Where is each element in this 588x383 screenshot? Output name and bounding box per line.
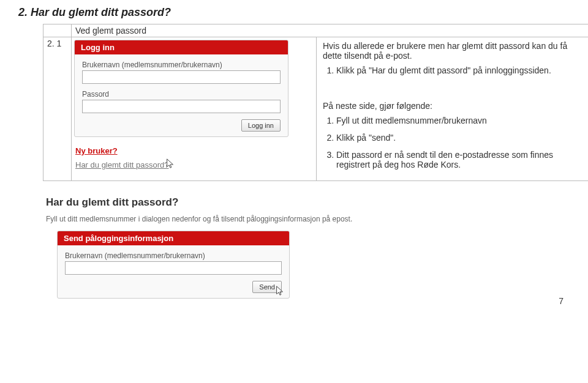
username-label: Brukernavn (medlemsnummer/brukernavn) (82, 61, 281, 69)
next-step-3: Ditt passord er nå sendt til den e-posta… (336, 150, 587, 169)
username-input[interactable] (82, 70, 281, 84)
send-username-input[interactable] (65, 261, 282, 275)
next-intro: På neste side, gjør følgende: (323, 101, 587, 111)
login-box-title: Logg inn (75, 40, 288, 54)
forgot-subtitle: Fyll ut ditt medlemsnummer i dialogen ne… (46, 215, 413, 223)
cursor-icon (165, 158, 176, 172)
password-input[interactable] (82, 100, 281, 113)
send-box-title: Send påloggingsinformasjon (58, 231, 289, 245)
cursor-icon (274, 285, 285, 299)
login-box: Logg inn Brukernavn (medlemsnummer/bruke… (74, 40, 288, 137)
forgot-password-link[interactable]: Har du glemt ditt passord? (75, 160, 168, 169)
section-heading: 2. Har du glemt ditt passord? (18, 6, 570, 19)
new-user-link[interactable]: Ny bruker? (75, 146, 118, 155)
next-step-1: Fyll ut ditt medlemsnummer/brukernavn (336, 116, 587, 125)
header-label: Ved glemt passord (72, 24, 589, 37)
page-number: 7 (559, 296, 564, 306)
intro-text: Hvis du allerede er brukere men har glem… (323, 41, 587, 61)
screenshot-cell: Logg inn Brukernavn (medlemsnummer/bruke… (72, 37, 317, 181)
password-label: Passord (82, 90, 281, 99)
forgot-password-panel: Har du glemt ditt passord? Fyll ut ditt … (46, 196, 413, 299)
login-button[interactable]: Logg inn (241, 119, 281, 132)
header-spacer (43, 24, 72, 37)
step-number: 2. 1 (43, 37, 72, 181)
send-username-label: Brukernavn (medlemsnummer/brukernavn) (65, 251, 282, 260)
layout-table: Ved glemt passord 2. 1 Logg inn Brukerna… (43, 24, 588, 181)
step-1: Klikk på "Har du glemt ditt passord" på … (336, 65, 587, 75)
send-box: Send påloggingsinformasjon Brukernavn (m… (57, 231, 290, 299)
forgot-title: Har du glemt ditt passord? (46, 196, 413, 209)
next-step-2: Klikk på "send". (336, 133, 587, 143)
instructions-cell: Hvis du allerede er brukere men har glem… (317, 37, 589, 181)
